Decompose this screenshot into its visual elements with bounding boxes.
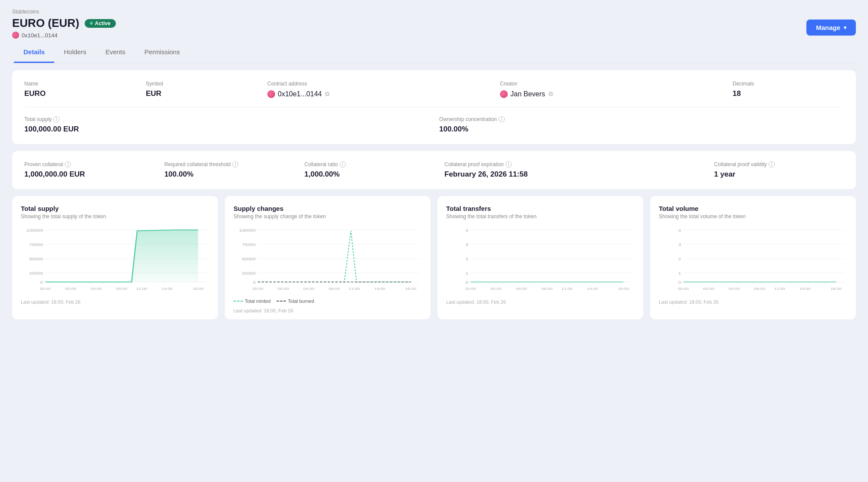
expiration-label: Collateral proof expiration i: [444, 161, 704, 167]
chart-supply-changes: Supply changes Showing the supply change…: [225, 196, 431, 319]
svg-text:1: 1: [466, 271, 469, 275]
svg-marker-10: [45, 230, 198, 282]
legend-label-mint: Total minted: [245, 298, 270, 304]
ratio-value: 1,000.00%: [304, 170, 434, 179]
svg-text:14:00: 14:00: [374, 287, 385, 291]
validity-label: Collateral proof validity i: [714, 161, 844, 167]
svg-text:04:00: 04:00: [516, 287, 527, 291]
validity-info-icon: i: [769, 161, 775, 167]
tab-events[interactable]: Events: [96, 42, 135, 63]
svg-text:1: 1: [678, 271, 681, 275]
svg-text:14:00: 14:00: [161, 287, 173, 291]
legend-burned: Total burned: [276, 298, 314, 304]
tab-permissions[interactable]: Permissions: [135, 42, 190, 63]
collateral-card: Proven collateral i 1,000,000.00 EUR Req…: [12, 151, 856, 189]
legend-label-burn: Total burned: [288, 298, 314, 304]
svg-text:25000: 25000: [242, 271, 256, 275]
svg-text:00:00: 00:00: [65, 287, 76, 291]
tab-details[interactable]: Details: [14, 42, 54, 63]
symbol-value: EUR: [146, 89, 257, 98]
proven-field: Proven collateral i 1,000,000.00 EUR: [24, 161, 154, 179]
svg-text:20:00: 20:00: [252, 287, 263, 291]
supply-info-icon: i: [53, 116, 59, 122]
svg-text:0: 0: [253, 280, 256, 285]
chart-title-2: Total transfers: [446, 205, 635, 212]
ratio-info-icon: i: [340, 161, 346, 167]
chart-svg-2: 4 3 2 1 0 20:00 00:00 04:00 08:00 11:00 …: [446, 226, 635, 295]
svg-text:00:00: 00:00: [490, 287, 502, 291]
chart-footer-3: Last updated: 18:00, Feb 26: [659, 299, 847, 305]
chart-subtitle-0: Showing the total supply of the token: [21, 213, 209, 220]
chart-title-1: Supply changes: [233, 205, 422, 212]
chart-subtitle-3: Showing the total volume of the token: [659, 213, 847, 220]
page-title: EURO (EUR): [12, 16, 79, 30]
tab-holders[interactable]: Holders: [54, 42, 96, 63]
svg-text:20:00: 20:00: [39, 287, 51, 291]
charts-grid: Total supply Showing the total supply of…: [12, 196, 856, 319]
svg-text:08:00: 08:00: [542, 287, 553, 291]
svg-text:100000: 100000: [26, 228, 43, 233]
breadcrumb: Stablecoins: [12, 9, 856, 15]
chart-footer-2: Last updated: 18:00, Feb 26: [446, 299, 635, 305]
chart-total-volume: Total volume Showing the total volume of…: [650, 196, 856, 319]
ownership-value: 100.00%: [439, 125, 844, 134]
creator-label: Creator: [500, 81, 722, 87]
required-info-icon: i: [232, 161, 238, 167]
svg-text:00:00: 00:00: [278, 287, 289, 291]
ratio-label: Collateral ratio i: [304, 161, 434, 167]
contract-field: Contract address 0x10e1...0144 ⧉: [267, 81, 490, 98]
copy-contract-button[interactable]: ⧉: [324, 89, 330, 98]
details-card: Name EURO Symbol EUR Contract address 0x…: [12, 70, 856, 144]
chart-total-transfers: Total transfers Showing the total transf…: [437, 196, 643, 319]
legend-line-burn: [276, 301, 286, 302]
legend-line-mint: [233, 301, 243, 302]
address-text: 0x10e1...0144: [22, 32, 57, 39]
symbol-label: Symbol: [146, 81, 257, 87]
svg-text:00:00: 00:00: [703, 287, 714, 291]
svg-text:20:00: 20:00: [677, 287, 689, 291]
creator-icon: [500, 90, 508, 98]
expiration-value: February 26, 2026 11:58: [444, 170, 704, 179]
svg-text:18:00: 18:00: [831, 287, 842, 291]
svg-text:11:00: 11:00: [136, 287, 148, 291]
contract-value: 0x10e1...0144: [278, 90, 322, 98]
name-field: Name EURO: [24, 81, 135, 98]
address-icon: [12, 32, 19, 39]
svg-text:75000: 75000: [242, 243, 256, 247]
validity-value: 1 year: [714, 170, 844, 179]
creator-field: Creator Jan Bevers ⧉: [500, 81, 722, 98]
svg-text:14:00: 14:00: [587, 287, 598, 291]
tabs: Details Holders Events Permissions: [12, 42, 856, 63]
chart-subtitle-2: Showing the total transfers of the token: [446, 213, 635, 220]
svg-text:04:00: 04:00: [729, 287, 740, 291]
chart-svg-3: 4 3 2 1 0 20:00 00:00 04:00 08:00 11:00 …: [659, 226, 847, 295]
svg-text:08:00: 08:00: [754, 287, 766, 291]
proven-label-text: Proven collateral: [24, 161, 63, 167]
svg-text:3: 3: [466, 243, 469, 247]
name-label: Name: [24, 81, 135, 87]
required-label: Required collateral threshold i: [164, 161, 294, 167]
manage-button[interactable]: Manage ▾: [806, 20, 856, 36]
required-field: Required collateral threshold i 100.00%: [164, 161, 294, 179]
svg-text:3: 3: [678, 243, 681, 247]
chart-total-supply: Total supply Showing the total supply of…: [12, 196, 218, 319]
svg-text:04:00: 04:00: [91, 287, 102, 291]
svg-text:11:00: 11:00: [774, 287, 786, 291]
chart-svg-0: 100000 75000 50000 25000 0 2: [21, 226, 209, 295]
supply-value: 100,000.00 EUR: [24, 125, 429, 134]
chart-title-0: Total supply: [21, 205, 209, 212]
svg-text:11:00: 11:00: [562, 287, 573, 291]
ownership-info-icon: i: [499, 116, 505, 122]
svg-text:0: 0: [466, 280, 469, 285]
svg-text:4: 4: [466, 228, 469, 233]
svg-text:14:00: 14:00: [799, 287, 811, 291]
chart-title-3: Total volume: [659, 205, 847, 212]
supply-label: Total supply i: [24, 116, 429, 122]
copy-creator-button[interactable]: ⧉: [548, 89, 554, 98]
contract-label: Contract address: [267, 81, 490, 87]
legend-minted: Total minted: [233, 298, 270, 304]
chart-legend-1: Total minted Total burned: [233, 298, 422, 304]
required-label-text: Required collateral threshold: [164, 161, 231, 167]
svg-text:18:00: 18:00: [618, 287, 629, 291]
chart-footer-0: Last updated: 18:00, Feb 26: [21, 299, 209, 305]
